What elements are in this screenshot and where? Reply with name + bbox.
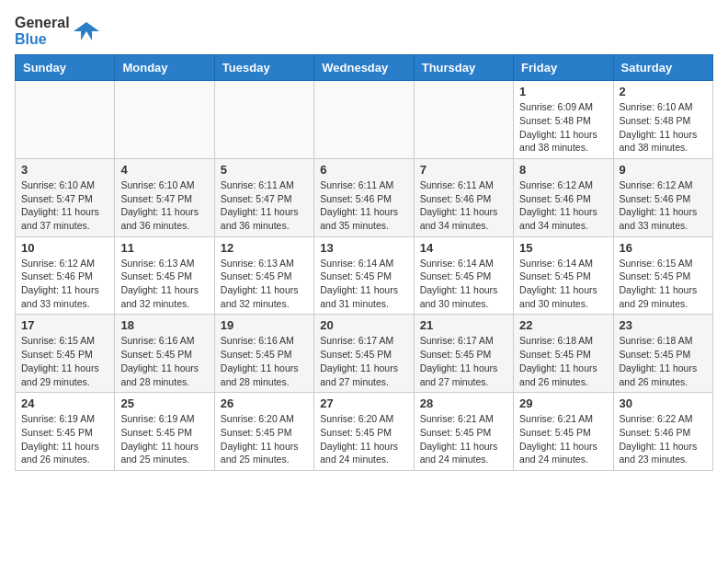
- day-info: Sunrise: 6:17 AM Sunset: 5:45 PM Dayligh…: [320, 334, 407, 388]
- day-info: Sunrise: 6:22 AM Sunset: 5:46 PM Dayligh…: [620, 412, 707, 466]
- day-info: Sunrise: 6:13 AM Sunset: 5:45 PM Dayligh…: [120, 257, 208, 311]
- day-info: Sunrise: 6:15 AM Sunset: 5:45 PM Dayligh…: [21, 334, 108, 388]
- day-number: 20: [320, 318, 407, 332]
- day-info: Sunrise: 6:15 AM Sunset: 5:45 PM Dayligh…: [620, 257, 707, 311]
- day-number: 7: [420, 163, 507, 177]
- day-number: 30: [620, 396, 707, 410]
- day-number: 8: [519, 163, 607, 177]
- calendar-day-cell: [314, 81, 414, 159]
- day-of-week-header: Saturday: [613, 55, 712, 81]
- day-info: Sunrise: 6:12 AM Sunset: 5:46 PM Dayligh…: [620, 178, 707, 233]
- calendar-week-row: 1Sunrise: 6:09 AM Sunset: 5:48 PM Daylig…: [16, 81, 713, 159]
- day-info: Sunrise: 6:20 AM Sunset: 5:45 PM Dayligh…: [320, 412, 407, 466]
- calendar-day-cell: 21Sunrise: 6:17 AM Sunset: 5:45 PM Dayli…: [414, 315, 513, 393]
- logo-bird-icon: [74, 18, 99, 44]
- day-number: 9: [620, 163, 707, 177]
- calendar-week-row: 10Sunrise: 6:12 AM Sunset: 5:46 PM Dayli…: [16, 236, 713, 315]
- day-info: Sunrise: 6:17 AM Sunset: 5:45 PM Dayligh…: [420, 334, 507, 388]
- calendar-day-cell: [115, 81, 214, 159]
- logo: General Blue: [15, 15, 99, 47]
- day-info: Sunrise: 6:20 AM Sunset: 5:45 PM Dayligh…: [221, 412, 308, 466]
- day-number: 18: [120, 318, 208, 332]
- calendar-day-cell: 13Sunrise: 6:14 AM Sunset: 5:45 PM Dayli…: [314, 236, 414, 315]
- day-of-week-header: Friday: [514, 55, 613, 81]
- logo-general: General: [15, 15, 70, 30]
- page-header: General Blue: [15, 15, 713, 47]
- day-info: Sunrise: 6:19 AM Sunset: 5:45 PM Dayligh…: [21, 412, 108, 466]
- calendar-day-cell: 15Sunrise: 6:14 AM Sunset: 5:45 PM Dayli…: [514, 236, 613, 315]
- day-info: Sunrise: 6:14 AM Sunset: 5:45 PM Dayligh…: [320, 257, 407, 311]
- calendar-body: 1Sunrise: 6:09 AM Sunset: 5:48 PM Daylig…: [16, 81, 713, 471]
- day-info: Sunrise: 6:10 AM Sunset: 5:47 PM Dayligh…: [21, 178, 108, 233]
- day-info: Sunrise: 6:11 AM Sunset: 5:46 PM Dayligh…: [420, 178, 507, 233]
- day-number: 24: [21, 396, 108, 410]
- day-of-week-header: Monday: [115, 55, 214, 81]
- day-number: 5: [221, 163, 308, 177]
- calendar-week-row: 17Sunrise: 6:15 AM Sunset: 5:45 PM Dayli…: [16, 315, 713, 393]
- calendar-header-row: SundayMondayTuesdayWednesdayThursdayFrid…: [16, 55, 713, 81]
- day-number: 26: [221, 396, 308, 410]
- day-info: Sunrise: 6:16 AM Sunset: 5:45 PM Dayligh…: [221, 334, 308, 388]
- day-info: Sunrise: 6:10 AM Sunset: 5:47 PM Dayligh…: [120, 178, 208, 233]
- calendar-day-cell: 23Sunrise: 6:18 AM Sunset: 5:45 PM Dayli…: [613, 315, 712, 393]
- day-number: 17: [21, 318, 108, 332]
- day-info: Sunrise: 6:14 AM Sunset: 5:45 PM Dayligh…: [420, 257, 507, 311]
- day-info: Sunrise: 6:10 AM Sunset: 5:48 PM Dayligh…: [620, 100, 707, 155]
- calendar-day-cell: 27Sunrise: 6:20 AM Sunset: 5:45 PM Dayli…: [314, 393, 414, 471]
- day-of-week-header: Sunday: [16, 55, 115, 81]
- day-number: 2: [620, 85, 707, 98]
- day-number: 27: [320, 396, 407, 410]
- day-info: Sunrise: 6:11 AM Sunset: 5:46 PM Dayligh…: [320, 178, 407, 233]
- day-info: Sunrise: 6:14 AM Sunset: 5:45 PM Dayligh…: [519, 257, 607, 311]
- calendar-day-cell: 16Sunrise: 6:15 AM Sunset: 5:45 PM Dayli…: [613, 236, 712, 315]
- calendar-week-row: 24Sunrise: 6:19 AM Sunset: 5:45 PM Dayli…: [16, 393, 713, 471]
- calendar-day-cell: 17Sunrise: 6:15 AM Sunset: 5:45 PM Dayli…: [16, 315, 115, 393]
- calendar-day-cell: 24Sunrise: 6:19 AM Sunset: 5:45 PM Dayli…: [16, 393, 115, 471]
- calendar-day-cell: 8Sunrise: 6:12 AM Sunset: 5:46 PM Daylig…: [514, 158, 613, 236]
- day-number: 14: [420, 241, 507, 255]
- calendar-day-cell: 11Sunrise: 6:13 AM Sunset: 5:45 PM Dayli…: [115, 236, 214, 315]
- day-number: 4: [120, 163, 208, 177]
- calendar-day-cell: 14Sunrise: 6:14 AM Sunset: 5:45 PM Dayli…: [414, 236, 513, 315]
- calendar-day-cell: [214, 81, 313, 159]
- day-number: 16: [620, 241, 707, 255]
- calendar-day-cell: [414, 81, 513, 159]
- day-info: Sunrise: 6:11 AM Sunset: 5:47 PM Dayligh…: [221, 178, 308, 233]
- day-number: 11: [120, 241, 208, 255]
- calendar-day-cell: 7Sunrise: 6:11 AM Sunset: 5:46 PM Daylig…: [414, 158, 513, 236]
- calendar-day-cell: 18Sunrise: 6:16 AM Sunset: 5:45 PM Dayli…: [115, 315, 214, 393]
- day-number: 12: [221, 241, 308, 255]
- day-info: Sunrise: 6:18 AM Sunset: 5:45 PM Dayligh…: [519, 334, 607, 388]
- day-info: Sunrise: 6:19 AM Sunset: 5:45 PM Dayligh…: [120, 412, 208, 466]
- calendar-day-cell: 2Sunrise: 6:10 AM Sunset: 5:48 PM Daylig…: [613, 81, 712, 159]
- calendar-table: SundayMondayTuesdayWednesdayThursdayFrid…: [15, 54, 713, 471]
- calendar-day-cell: 26Sunrise: 6:20 AM Sunset: 5:45 PM Dayli…: [214, 393, 313, 471]
- calendar-day-cell: [16, 81, 115, 159]
- day-number: 19: [221, 318, 308, 332]
- calendar-day-cell: 6Sunrise: 6:11 AM Sunset: 5:46 PM Daylig…: [314, 158, 414, 236]
- day-info: Sunrise: 6:21 AM Sunset: 5:45 PM Dayligh…: [519, 412, 607, 466]
- calendar-day-cell: 1Sunrise: 6:09 AM Sunset: 5:48 PM Daylig…: [514, 81, 613, 159]
- calendar-day-cell: 10Sunrise: 6:12 AM Sunset: 5:46 PM Dayli…: [16, 236, 115, 315]
- day-info: Sunrise: 6:12 AM Sunset: 5:46 PM Dayligh…: [21, 257, 108, 311]
- day-info: Sunrise: 6:18 AM Sunset: 5:45 PM Dayligh…: [620, 334, 707, 388]
- calendar-day-cell: 12Sunrise: 6:13 AM Sunset: 5:45 PM Dayli…: [214, 236, 313, 315]
- day-number: 6: [320, 163, 407, 177]
- day-number: 3: [21, 163, 108, 177]
- calendar-day-cell: 20Sunrise: 6:17 AM Sunset: 5:45 PM Dayli…: [314, 315, 414, 393]
- calendar-day-cell: 9Sunrise: 6:12 AM Sunset: 5:46 PM Daylig…: [613, 158, 712, 236]
- day-number: 10: [21, 241, 108, 255]
- calendar-day-cell: 28Sunrise: 6:21 AM Sunset: 5:45 PM Dayli…: [414, 393, 513, 471]
- day-info: Sunrise: 6:16 AM Sunset: 5:45 PM Dayligh…: [120, 334, 208, 388]
- day-info: Sunrise: 6:21 AM Sunset: 5:45 PM Dayligh…: [420, 412, 507, 466]
- calendar-week-row: 3Sunrise: 6:10 AM Sunset: 5:47 PM Daylig…: [16, 158, 713, 236]
- day-info: Sunrise: 6:13 AM Sunset: 5:45 PM Dayligh…: [221, 257, 308, 311]
- day-number: 29: [519, 396, 607, 410]
- day-number: 21: [420, 318, 507, 332]
- calendar-day-cell: 29Sunrise: 6:21 AM Sunset: 5:45 PM Dayli…: [514, 393, 613, 471]
- calendar-day-cell: 22Sunrise: 6:18 AM Sunset: 5:45 PM Dayli…: [514, 315, 613, 393]
- calendar-day-cell: 4Sunrise: 6:10 AM Sunset: 5:47 PM Daylig…: [115, 158, 214, 236]
- calendar-day-cell: 25Sunrise: 6:19 AM Sunset: 5:45 PM Dayli…: [115, 393, 214, 471]
- day-number: 23: [620, 318, 707, 332]
- day-info: Sunrise: 6:12 AM Sunset: 5:46 PM Dayligh…: [519, 178, 607, 233]
